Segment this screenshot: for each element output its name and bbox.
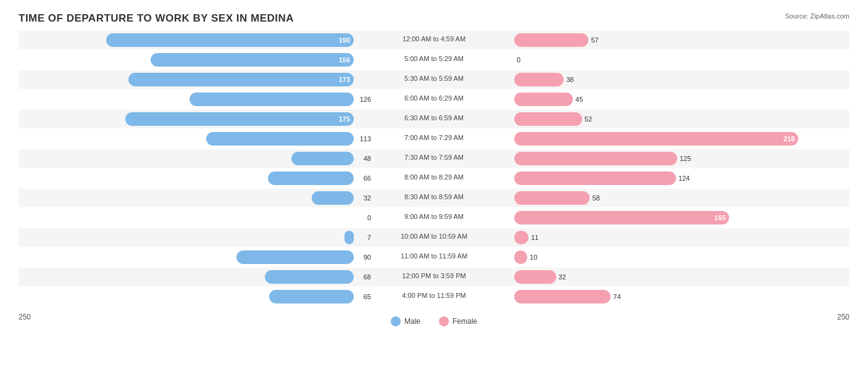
male-bar: 173 xyxy=(128,73,354,86)
legend-female-label: Female xyxy=(453,317,477,326)
female-bar: 58 xyxy=(514,191,590,205)
male-value: 65 xyxy=(364,293,371,300)
female-value: 218 xyxy=(783,135,795,142)
chart-row: 661248:00 AM to 8:29 AM xyxy=(19,169,849,188)
male-value: 90 xyxy=(364,254,371,261)
female-value: 45 xyxy=(575,96,583,103)
time-label: 4:00 PM to 11:59 PM xyxy=(402,292,465,299)
male-bar: 68 xyxy=(265,270,354,284)
chart-row: 683212:00 PM to 3:59 PM xyxy=(19,268,849,286)
female-value: 57 xyxy=(591,36,598,44)
female-value: 11 xyxy=(531,234,538,241)
chart-row: 1132187:00 AM to 7:29 AM xyxy=(19,130,849,148)
female-bar: 45 xyxy=(514,93,573,106)
time-label: 12:00 AM to 4:59 AM xyxy=(403,35,465,43)
male-bar: 32 xyxy=(312,191,354,205)
female-bar: 124 xyxy=(514,171,676,185)
male-bar: 66 xyxy=(268,171,354,185)
male-value: 66 xyxy=(364,175,371,182)
female-bar: 52 xyxy=(514,112,582,126)
axis-min-left: 250 xyxy=(19,313,31,326)
legend-female: Female xyxy=(439,316,477,326)
female-bar: 38 xyxy=(514,73,564,86)
legend-male-label: Male xyxy=(404,317,420,326)
female-bar: 74 xyxy=(514,290,611,303)
time-label: 10:00 AM to 10:59 AM xyxy=(401,233,467,240)
female-bar: 10 xyxy=(514,250,527,264)
female-bar: 125 xyxy=(514,152,677,165)
female-value: 74 xyxy=(613,293,620,300)
time-label: 6:00 AM to 6:29 AM xyxy=(404,94,464,102)
chart-row: 1905712:00 AM to 4:59 AM xyxy=(19,31,849,49)
male-value: 156 xyxy=(339,56,350,64)
male-bar: 156 xyxy=(151,53,354,67)
chart-row: 901011:00 AM to 11:59 AM xyxy=(19,248,849,266)
time-label: 9:00 AM to 9:59 AM xyxy=(404,213,464,220)
female-value: 32 xyxy=(559,273,566,281)
legend-female-box xyxy=(439,316,449,326)
legend: Male Female xyxy=(391,316,477,326)
male-value: 68 xyxy=(364,273,371,281)
male-bar: 48 xyxy=(291,152,354,165)
time-label: 12:00 PM to 3:59 PM xyxy=(402,272,465,279)
male-bar: 7 xyxy=(344,231,354,244)
chart-row: 65744:00 PM to 11:59 PM xyxy=(19,287,849,306)
chart-row: 01659:00 AM to 9:59 AM xyxy=(19,208,849,227)
male-value: 32 xyxy=(364,194,371,202)
male-bar: 113 xyxy=(206,132,354,146)
male-bar: 90 xyxy=(236,250,354,264)
female-value: 124 xyxy=(678,175,690,182)
chart-title: TIME OF DEPARTURE TO WORK BY SEX IN MEDI… xyxy=(19,12,849,25)
chart-row: 173385:30 AM to 5:59 AM xyxy=(19,70,849,89)
chart-row: 175526:30 AM to 6:59 AM xyxy=(19,110,849,128)
female-bar: 32 xyxy=(514,270,556,284)
female-value: 0 xyxy=(517,56,520,64)
chart-row: 32588:30 AM to 8:59 AM xyxy=(19,189,849,207)
chart-container: TIME OF DEPARTURE TO WORK BY SEX IN MEDI… xyxy=(0,0,868,367)
time-label: 8:00 AM to 8:29 AM xyxy=(404,173,464,181)
female-bar: 11 xyxy=(514,231,528,244)
male-bar: 175 xyxy=(125,112,354,126)
legend-male: Male xyxy=(391,316,420,326)
chart-row: 126456:00 AM to 6:29 AM xyxy=(19,90,849,109)
female-value: 38 xyxy=(566,76,574,83)
male-value: 113 xyxy=(360,135,371,142)
female-value: 125 xyxy=(680,155,691,162)
female-value: 52 xyxy=(585,115,592,123)
male-value: 48 xyxy=(364,155,371,162)
female-value: 58 xyxy=(592,194,599,202)
female-bar: 57 xyxy=(514,33,588,47)
time-label: 7:30 AM to 7:59 AM xyxy=(404,154,464,161)
male-value: 173 xyxy=(339,76,350,83)
male-bar: 65 xyxy=(269,290,354,303)
time-label: 7:00 AM to 7:29 AM xyxy=(404,134,464,141)
time-label: 6:30 AM to 6:59 AM xyxy=(404,114,464,122)
legend-male-box xyxy=(391,316,401,326)
female-bar: 218 xyxy=(514,132,798,146)
female-bar: 165 xyxy=(514,211,729,225)
time-label: 11:00 AM to 11:59 AM xyxy=(401,252,467,260)
axis-max-right: 250 xyxy=(837,313,849,326)
time-label: 5:30 AM to 5:59 AM xyxy=(404,75,464,82)
male-value: 190 xyxy=(339,36,350,44)
male-value: 7 xyxy=(367,234,371,241)
male-bar: 190 xyxy=(106,33,354,47)
male-value: 126 xyxy=(360,96,371,103)
chart-row: 15605:00 AM to 5:29 AM xyxy=(19,51,849,69)
male-value: 0 xyxy=(367,214,371,221)
female-value: 165 xyxy=(714,214,725,221)
source-text: Source: ZipAtlas.com xyxy=(785,12,849,20)
time-label: 8:30 AM to 8:59 AM xyxy=(404,193,464,200)
chart-row: 71110:00 AM to 10:59 AM xyxy=(19,228,849,247)
time-label: 5:00 AM to 5:29 AM xyxy=(404,55,464,62)
male-value: 175 xyxy=(339,115,350,123)
female-value: 10 xyxy=(530,254,537,261)
male-bar: 126 xyxy=(190,93,354,106)
chart-row: 481257:30 AM to 7:59 AM xyxy=(19,149,849,168)
